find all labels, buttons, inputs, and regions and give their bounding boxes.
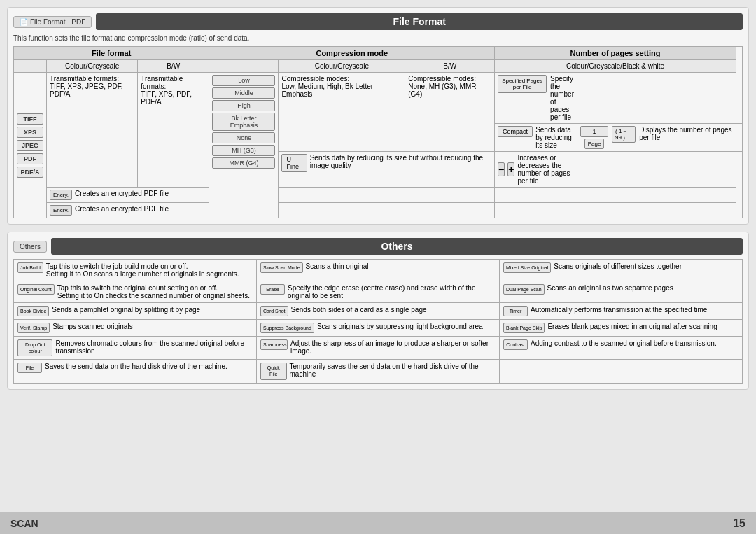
encry-bw-desc: Creates an encrypted PDF file: [75, 205, 169, 213]
cardshot-btn[interactable]: Card Shot: [260, 306, 288, 316]
others-cell-dropout: Drop Out colour Removes chromatic colour…: [14, 337, 257, 360]
sub-bw2: B/W: [405, 60, 495, 73]
blankpageskip-btn[interactable]: Blank Page Skip: [503, 323, 545, 333]
encry-colour-row: Encry. Creates an encrypted PDF file: [47, 188, 209, 203]
verifstamp-btn[interactable]: Verif. Stamp: [18, 323, 50, 333]
encry-bw-btn[interactable]: Encry.: [50, 205, 72, 216]
others-cell-slowscan: Slow Scan Mode Scans a thin original: [257, 260, 500, 281]
others-tab-label: Others: [20, 243, 41, 251]
compress-high[interactable]: High: [212, 100, 275, 111]
quickfile-item: Quick File Temporarily saves the send da…: [260, 363, 496, 379]
trans-colour-cell: Transmittable formats:TIFF, XPS, JPEG, P…: [47, 73, 138, 188]
table-row: Original Count Tap this to switch the or…: [14, 281, 743, 303]
compress-low[interactable]: Low: [212, 75, 275, 86]
pages-right-top: [578, 73, 736, 124]
bottom-bar: SCAN 15: [0, 512, 756, 534]
file-format-table: File format Compression mode Number of p…: [13, 46, 743, 218]
timer-btn[interactable]: Timer: [503, 306, 528, 316]
mixedsize-btn[interactable]: Mixed Size Original: [503, 262, 551, 273]
jobbuild-btn[interactable]: Job Build: [18, 262, 43, 273]
encry-colour: Encry. Creates an encrypted PDF file: [50, 190, 206, 200]
bookdivide-item: Book Divide Sends a pamphlet original by…: [18, 306, 253, 316]
table-row: Drop Out colour Removes chromatic colour…: [14, 337, 743, 360]
tiff-btn[interactable]: TIFF: [17, 113, 43, 125]
bookdivide-btn[interactable]: Book Divide: [18, 306, 49, 316]
contrast-desc: Adding contrast to the scanned original …: [531, 339, 717, 347]
erase-btn[interactable]: Erase: [260, 284, 285, 295]
plusminus-row: − + Increases or decreases the number of…: [498, 154, 574, 185]
file-format-desc: This function sets the file format and c…: [13, 34, 743, 42]
pdf-btn[interactable]: PDF: [17, 153, 43, 164]
others-cell-file: File Saves the send data on the hard dis…: [14, 360, 257, 383]
sharpness-desc: Adjust the sharpness of an image to prod…: [290, 339, 496, 355]
erase-desc: Specify the edge erase (centre erase) an…: [288, 284, 496, 300]
file-format-tab[interactable]: 📄 File Format PDF: [13, 16, 92, 28]
compact-btn[interactable]: Compact: [498, 126, 533, 137]
encry-bw-row: Encry. Creates an encrypted PDF file: [47, 203, 209, 218]
others-cell-verifstamp: Verif. Stamp Stamps scanned originals: [14, 320, 257, 337]
others-cell-origcount: Original Count Tap this to switch the or…: [14, 281, 257, 303]
sub-colour-bw-white: Colour/Greyscale/Black & white: [495, 60, 736, 73]
file-btn[interactable]: File: [18, 363, 42, 373]
bookdivide-desc: Sends a pamphlet original by splitting i…: [52, 306, 200, 314]
dualpagescan-btn[interactable]: Dual Page Scan: [503, 284, 545, 295]
page-label: Page: [584, 139, 605, 149]
ufine-cell: U Fine Sends data by reducing its size b…: [279, 152, 495, 188]
compress-colour-desc: Compressible modes:Low, Medium, High, Bk…: [281, 75, 402, 98]
others-header: Others Others: [13, 238, 743, 255]
quickfile-btn[interactable]: Quick File: [260, 363, 287, 379]
encry-extra: [279, 188, 495, 203]
quickfile-desc: Temporarily saves the send data on the h…: [290, 363, 496, 378]
others-cell-suppressbg: Suppress Background Scans originals by s…: [257, 320, 500, 337]
jpeg-btn[interactable]: JPEG: [17, 140, 43, 151]
origcount-btn[interactable]: Original Count: [18, 284, 55, 295]
pages-num-cell: 1 Page ( 1 ~ 99 ) Displays the number of…: [578, 124, 736, 152]
jobbuild-item: Job Build Tap this to switch the job bui…: [18, 262, 253, 278]
pages-num-row: 1 Page ( 1 ~ 99 ) Displays the number of…: [580, 126, 733, 149]
jobbuild-desc: Tap this to switch the job build mode on…: [46, 262, 239, 278]
pages-right-bot: [578, 152, 736, 188]
table-row: Job Build Tap this to switch the job bui…: [14, 260, 743, 281]
bw-extra: [279, 203, 495, 218]
sub-bw: B/W: [138, 60, 209, 73]
compress-mmr[interactable]: MMR (G4): [212, 157, 275, 169]
file-format-title: File Format: [96, 13, 743, 30]
specified-pages-btn[interactable]: Specified Pages per File: [498, 75, 547, 93]
page-range-display: ( 1 ~ 99 ): [612, 126, 636, 143]
others-cell-empty: [500, 360, 743, 383]
compress-middle[interactable]: Middle: [212, 87, 275, 99]
pdf-label: PDF: [71, 18, 85, 26]
compress-none[interactable]: None: [212, 132, 275, 143]
contrast-btn[interactable]: Contrast: [503, 339, 528, 350]
compress-modes-cell: Low Middle High Bk Letter Emphasis None …: [209, 73, 279, 218]
compress-bk[interactable]: Bk Letter Emphasis: [212, 113, 275, 131]
cardshot-desc: Sends both sides of a card as a single p…: [291, 306, 427, 314]
others-table: Job Build Tap this to switch the job bui…: [13, 259, 743, 384]
sharpness-btn[interactable]: Sharpness: [260, 339, 288, 350]
ufine-btn[interactable]: U Fine: [281, 154, 307, 172]
sharpness-item: Sharpness Adjust the sharpness of an ima…: [260, 339, 496, 355]
others-tab[interactable]: Others: [13, 241, 47, 253]
slowscan-desc: Scans a thin original: [306, 262, 369, 270]
pdfa-btn[interactable]: PDF/A: [17, 167, 43, 178]
suppressbg-desc: Scans originals by suppressing light bac…: [317, 323, 483, 330]
dropout-btn[interactable]: Drop Out colour: [18, 339, 52, 356]
slowscan-btn[interactable]: Slow Scan Mode: [260, 262, 303, 273]
blankpageskip-desc: Erases blank pages mixed in an original …: [547, 323, 717, 330]
plus-btn[interactable]: +: [507, 162, 514, 176]
others-cell-contrast: Contrast Adding contrast to the scanned …: [500, 337, 743, 360]
encry-colour-desc: Creates an encrypted PDF file: [75, 190, 169, 197]
verifstamp-item: Verif. Stamp Stamps scanned originals: [18, 323, 253, 333]
mixedsize-item: Mixed Size Original Scans originals of d…: [503, 262, 738, 273]
erase-item: Erase Specify the edge erase (centre era…: [260, 284, 496, 300]
scan-label: SCAN: [10, 518, 38, 529]
minus-btn[interactable]: −: [498, 162, 505, 176]
others-cell-dualpagescan: Dual Page Scan Scans an original as two …: [500, 281, 743, 303]
compress-mh[interactable]: MH (G3): [212, 145, 275, 156]
suppressbg-btn[interactable]: Suppress Background: [260, 323, 314, 333]
contrast-item: Contrast Adding contrast to the scanned …: [503, 339, 738, 350]
encry-colour-btn[interactable]: Encry.: [50, 190, 72, 200]
compact-row: Compact Sends data by reducing its size: [498, 126, 574, 149]
pages-icon-cell: Specified Pages per File Specify the num…: [495, 73, 578, 124]
xps-btn[interactable]: XPS: [17, 127, 43, 138]
